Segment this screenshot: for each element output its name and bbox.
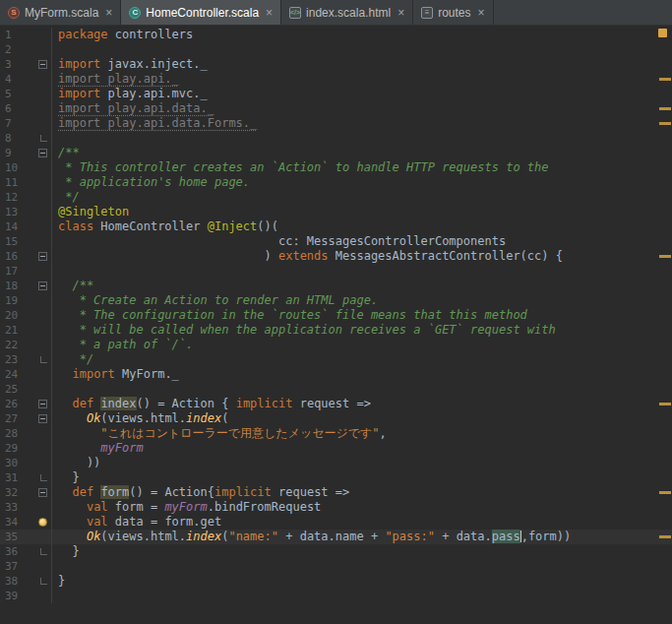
tab-close-icon[interactable]: × (266, 7, 273, 19)
line-number[interactable]: 32 (0, 485, 30, 500)
code-line[interactable]: 19 * Create an Action to render an HTML … (0, 293, 672, 308)
warning-stripe-mark[interactable] (659, 107, 671, 110)
code-line[interactable]: 20 * The configuration in the `routes` f… (0, 308, 672, 323)
line-number[interactable]: 1 (0, 28, 30, 42)
line-number[interactable]: 4 (0, 72, 30, 87)
line-number[interactable]: 38 (0, 574, 30, 589)
line-number[interactable]: 14 (0, 219, 30, 234)
code-line[interactable]: 28 "これはコントローラーで用意したメッセージです", (0, 426, 672, 441)
code-line[interactable]: 34 val data = form.get (0, 515, 672, 530)
line-number[interactable]: 29 (0, 441, 30, 456)
tab-routes[interactable]: ≡ routes × (413, 0, 493, 25)
warning-stripe-mark[interactable] (659, 78, 671, 81)
code-line[interactable]: 7import play.api.data.Forms._ (0, 116, 672, 131)
line-number[interactable]: 22 (0, 338, 30, 352)
line-number[interactable]: 13 (0, 205, 30, 219)
line-number[interactable]: 36 (0, 544, 30, 559)
code-line[interactable]: 30 )) (0, 456, 672, 470)
code-line[interactable]: 4import play.api._ (0, 72, 672, 87)
code-line[interactable]: 13@Singleton (0, 205, 672, 219)
warning-stripe-mark[interactable] (659, 403, 671, 406)
code-line[interactable]: 8 (0, 131, 672, 146)
warning-stripe-mark[interactable] (659, 122, 671, 125)
line-number[interactable]: 31 (0, 470, 30, 485)
tab-close-icon[interactable]: × (105, 7, 112, 19)
fold-collapse-icon[interactable] (38, 149, 47, 157)
line-number[interactable]: 6 (0, 101, 30, 116)
code-line[interactable]: 3import javax.inject._ (0, 57, 672, 72)
line-number[interactable]: 35 (0, 530, 30, 544)
code-line[interactable]: 2 (0, 42, 672, 57)
line-number[interactable]: 5 (0, 87, 30, 101)
code-line[interactable]: 26 def index() = Action { implicit reque… (0, 397, 672, 411)
line-number[interactable]: 21 (0, 323, 30, 338)
code-line[interactable]: 10 * This controller creates an `Action`… (0, 160, 672, 175)
line-number[interactable]: 17 (0, 264, 30, 279)
line-number[interactable]: 34 (0, 515, 30, 530)
line-number[interactable]: 16 (0, 249, 30, 264)
tab-close-icon[interactable]: × (478, 7, 485, 19)
line-number[interactable]: 7 (0, 116, 30, 131)
line-number[interactable]: 2 (0, 42, 30, 57)
line-number[interactable]: 26 (0, 397, 30, 411)
code-line[interactable]: 38} (0, 574, 672, 589)
line-number[interactable]: 23 (0, 352, 30, 367)
fold-collapse-icon[interactable] (38, 488, 47, 497)
code-line[interactable]: 22 * a path of `/`. (0, 338, 672, 352)
line-number[interactable]: 9 (0, 146, 30, 160)
line-number[interactable]: 11 (0, 175, 30, 190)
line-number[interactable]: 28 (0, 426, 30, 441)
code-line[interactable]: 18 /** (0, 279, 672, 293)
line-number[interactable]: 18 (0, 279, 30, 293)
code-line[interactable]: 35 Ok(views.html.index("name:" + data.na… (0, 530, 672, 544)
line-number[interactable]: 27 (0, 411, 30, 426)
line-number[interactable]: 25 (0, 382, 30, 397)
code-line[interactable]: 39 (0, 589, 672, 603)
code-line[interactable]: 25 (0, 382, 672, 397)
inspections-indicator[interactable] (658, 29, 667, 37)
fold-end-icon[interactable] (40, 548, 47, 555)
code-line[interactable]: 14class HomeController @Inject()( (0, 219, 672, 234)
line-number[interactable]: 24 (0, 367, 30, 382)
line-number[interactable]: 15 (0, 234, 30, 249)
fold-collapse-icon[interactable] (38, 252, 47, 261)
code-line[interactable]: 12 */ (0, 190, 672, 205)
warning-stripe-mark[interactable] (659, 491, 671, 494)
line-number[interactable]: 12 (0, 190, 30, 205)
code-line[interactable]: 27 Ok(views.html.index( (0, 411, 672, 426)
code-line[interactable]: 11 * application's home page. (0, 175, 672, 190)
code-line[interactable]: 24 import MyForm._ (0, 367, 672, 382)
code-line[interactable]: 1package controllers (0, 28, 672, 42)
line-number[interactable]: 39 (0, 589, 30, 603)
fold-collapse-icon[interactable] (38, 400, 47, 408)
warning-stripe-mark[interactable] (659, 535, 671, 538)
code-line[interactable]: 21 * will be called when the application… (0, 323, 672, 338)
line-number[interactable]: 8 (0, 131, 30, 146)
line-number[interactable]: 20 (0, 308, 30, 323)
fold-end-icon[interactable] (40, 474, 47, 481)
fold-collapse-icon[interactable] (38, 414, 47, 423)
line-number[interactable]: 10 (0, 160, 30, 175)
warning-stripe-mark[interactable] (659, 255, 671, 258)
code-line[interactable]: 37 (0, 559, 672, 574)
line-number[interactable]: 3 (0, 57, 30, 72)
code-line[interactable]: 36 } (0, 544, 672, 559)
tab-index-scala-html[interactable]: </> index.scala.html × (281, 0, 413, 25)
code-line[interactable]: 23 */ (0, 352, 672, 367)
fold-end-icon[interactable] (40, 356, 47, 363)
code-line[interactable]: 32 def form() = Action{implicit request … (0, 485, 672, 500)
line-number[interactable]: 37 (0, 559, 30, 574)
code-line[interactable]: 5import play.api.mvc._ (0, 87, 672, 101)
fold-collapse-icon[interactable] (38, 281, 47, 290)
tab-homecontroller-scala[interactable]: C HomeController.scala × (121, 0, 281, 25)
intention-bulb-icon[interactable] (38, 518, 47, 527)
fold-collapse-icon[interactable] (38, 60, 47, 69)
code-line[interactable]: 33 val form = myForm.bindFromRequest (0, 500, 672, 515)
code-line[interactable]: 29 myForm (0, 441, 672, 456)
fold-end-icon[interactable] (40, 578, 47, 585)
code-line[interactable]: 31 } (0, 470, 672, 485)
line-number[interactable]: 30 (0, 456, 30, 470)
code-line[interactable]: 15 cc: MessagesControllerComponents (0, 234, 672, 249)
tab-close-icon[interactable]: × (397, 7, 404, 19)
tab-myform-scala[interactable]: S MyForm.scala × (0, 0, 121, 25)
